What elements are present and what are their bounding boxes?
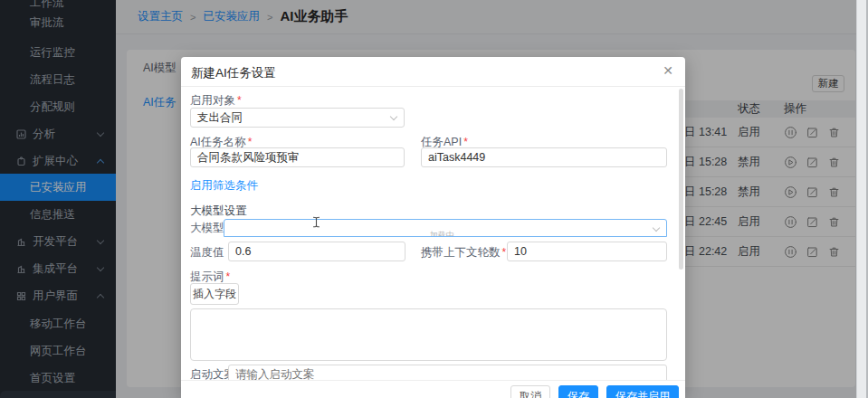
model-section-label: 大模型设置 bbox=[190, 204, 247, 219]
modal-header: 新建AI任务设置 ✕ bbox=[181, 57, 685, 87]
model-select[interactable]: 加载中... bbox=[224, 219, 667, 237]
prompt-textarea[interactable] bbox=[190, 308, 667, 361]
enable-target-value: 支出合同 bbox=[197, 110, 243, 126]
required-marker: * bbox=[463, 136, 468, 148]
close-icon[interactable]: ✕ bbox=[663, 63, 673, 78]
task-name-input[interactable] bbox=[190, 147, 405, 167]
chevron-down-icon bbox=[390, 113, 397, 120]
text-cursor-icon bbox=[312, 216, 320, 228]
enable-target-select[interactable]: 支出合同 bbox=[190, 108, 405, 128]
required-marker: * bbox=[248, 136, 253, 148]
temperature-input[interactable] bbox=[228, 242, 405, 261]
enable-target-label: 启用对象* bbox=[190, 93, 242, 109]
task-api-input[interactable] bbox=[421, 147, 667, 167]
cancel-button[interactable]: 取消 bbox=[510, 385, 550, 398]
temperature-label: 温度值 bbox=[190, 245, 224, 261]
required-marker: * bbox=[237, 94, 242, 107]
save-button[interactable]: 保存 bbox=[558, 385, 598, 398]
modal-footer: 取消 保存 保存并启用 bbox=[181, 380, 685, 398]
page-scrollbar[interactable] bbox=[856, 0, 868, 398]
app-screen: 工作流 审批流 运行监控 流程日志 分配规则 分析 扩展中心 已安装应用 信息推… bbox=[0, 0, 868, 398]
context-rounds-input[interactable] bbox=[507, 242, 667, 261]
required-marker: * bbox=[502, 246, 507, 259]
save-and-enable-button[interactable]: 保存并启用 bbox=[606, 385, 679, 398]
model-select-partial-text: 加载中... bbox=[224, 230, 666, 237]
required-marker: * bbox=[226, 270, 231, 283]
modal-scrollbar-thumb[interactable] bbox=[679, 89, 683, 270]
context-rounds-label: 携带上下文轮数* bbox=[421, 245, 506, 261]
enable-filter-link[interactable]: 启用筛选条件 bbox=[190, 178, 258, 194]
new-ai-task-modal: 新建AI任务设置 ✕ 启用对象* 支出合同 AI任务名称* 任务API* 启用筛… bbox=[181, 57, 685, 398]
modal-title: 新建AI任务设置 bbox=[191, 65, 276, 81]
insert-field-button[interactable]: 插入字段 bbox=[190, 283, 239, 305]
